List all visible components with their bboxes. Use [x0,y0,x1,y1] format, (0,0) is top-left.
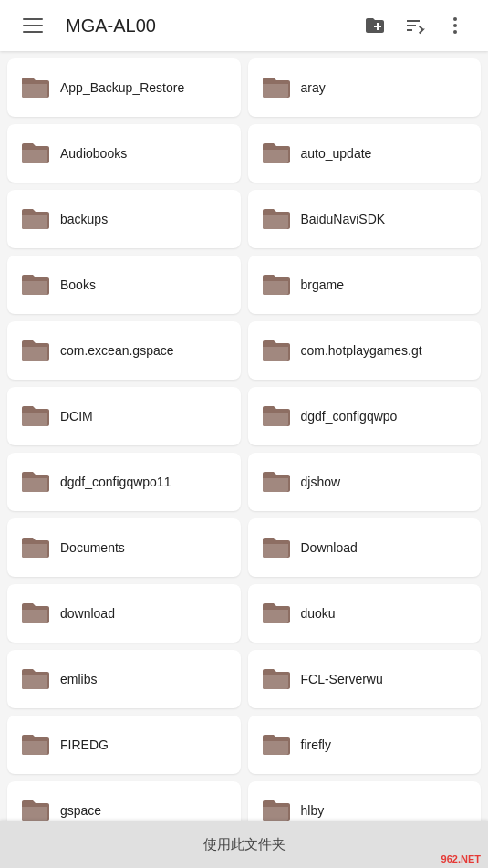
folder-icon [20,535,49,560]
folder-icon-wrap [18,203,51,235]
folder-item[interactable]: BaiduNaviSDK [248,190,482,248]
folder-icon [20,732,49,758]
folder-icon-wrap [259,137,292,170]
folder-item[interactable]: FIREDG [7,716,241,774]
folder-icon-wrap [18,465,51,498]
folder-item[interactable]: download [7,584,241,643]
folder-item[interactable]: djshow [248,453,482,511]
folder-name: backups [60,211,108,227]
folder-item[interactable]: App_Backup_Restore [7,58,241,117]
folder-icon-wrap [259,465,292,498]
folder-icon-wrap [18,137,51,170]
folder-grid: App_Backup_Restore aray Audiobooks auto_… [0,51,488,868]
folder-item[interactable]: FCL-Serverwu [248,650,482,708]
sort-button[interactable] [397,7,433,44]
folder-name: brgame [301,277,344,293]
folder-icon-wrap [259,203,292,235]
folder-icon-wrap [18,663,51,695]
folder-item[interactable]: aray [248,58,482,117]
folder-item[interactable]: Audiobooks [7,124,241,183]
folder-name: duoku [301,605,336,622]
more-button[interactable] [437,7,473,44]
folder-icon [20,798,49,823]
folder-name: com.excean.gspace [60,342,174,359]
folder-item[interactable]: firefly [248,716,482,774]
folder-item[interactable]: com.hotplaygames.gt [248,321,482,380]
folder-item[interactable]: Download [248,518,482,577]
folder-name: Audiobooks [60,145,127,162]
svg-point-2 [453,30,457,34]
folder-name: BaiduNaviSDK [301,211,386,227]
folder-icon [261,601,290,626]
new-folder-icon [364,15,386,37]
folder-icon-wrap [18,400,51,433]
sort-icon [404,15,426,37]
folder-icon-wrap [18,268,51,301]
folder-icon [261,469,290,495]
folder-name: gspace [60,802,101,819]
folder-name: com.hotplaygames.gt [301,342,422,359]
folder-name: FCL-Serverwu [301,671,383,687]
folder-name: FIREDG [60,737,109,753]
folder-name: dgdf_configqwpo11 [60,474,171,490]
folder-icon [261,535,290,560]
folder-item[interactable]: dgdf_configqwpo [248,387,482,445]
folder-icon-wrap [18,334,51,367]
svg-point-0 [453,17,457,21]
folder-name: download [60,605,115,622]
folder-icon [261,141,290,166]
folder-icon [20,272,49,298]
folder-item[interactable]: backups [7,190,241,248]
folder-icon [261,666,290,692]
folder-icon-wrap [18,531,51,564]
folder-icon [20,75,49,100]
folder-item[interactable]: brgame [248,256,482,314]
folder-item[interactable]: auto_update [248,124,482,183]
folder-icon-wrap [259,531,292,564]
folder-icon [261,206,290,232]
folder-icon [20,338,49,363]
folder-icon-wrap [259,71,292,104]
folder-item[interactable]: Documents [7,518,241,577]
new-folder-button[interactable] [357,7,393,44]
folder-name: djshow [301,474,341,490]
folder-icon [261,338,290,363]
folder-icon [20,666,49,692]
bottom-bar-label: 使用此文件夹 [203,836,286,853]
folder-icon [261,75,290,100]
bottom-bar[interactable]: 使用此文件夹 [0,821,488,868]
folder-icon-wrap [259,268,292,301]
app-title: MGA-AL00 [66,16,357,37]
folder-icon [261,798,290,823]
watermark: 962.NET [441,853,481,864]
folder-item[interactable]: duoku [248,584,482,643]
app-bar-actions [357,7,473,44]
folder-name: dgdf_configqwpo [301,408,398,424]
folder-icon-wrap [18,71,51,104]
folder-item[interactable]: com.excean.gspace [7,321,241,380]
folder-name: Download [301,539,358,556]
folder-item[interactable]: dgdf_configqwpo11 [7,453,241,511]
menu-icon [23,18,43,33]
folder-name: App_Backup_Restore [60,79,184,96]
app-bar: MGA-AL00 [0,0,488,51]
menu-button[interactable] [15,7,51,44]
folder-icon [261,272,290,298]
folder-name: DCIM [60,408,93,424]
folder-item[interactable]: emlibs [7,650,241,708]
more-vertical-icon [444,15,466,37]
folder-name: Documents [60,539,125,556]
folder-icon-wrap [259,400,292,433]
folder-icon-wrap [18,728,51,761]
folder-icon-wrap [259,728,292,761]
folder-icon [20,206,49,232]
folder-item[interactable]: DCIM [7,387,241,445]
folder-icon-wrap [259,597,292,630]
svg-point-1 [453,24,457,27]
folder-icon [261,403,290,429]
folder-name: aray [301,79,326,96]
folder-item[interactable]: Books [7,256,241,314]
folder-icon-wrap [259,334,292,367]
folder-icon [20,601,49,626]
folder-icon [20,141,49,166]
